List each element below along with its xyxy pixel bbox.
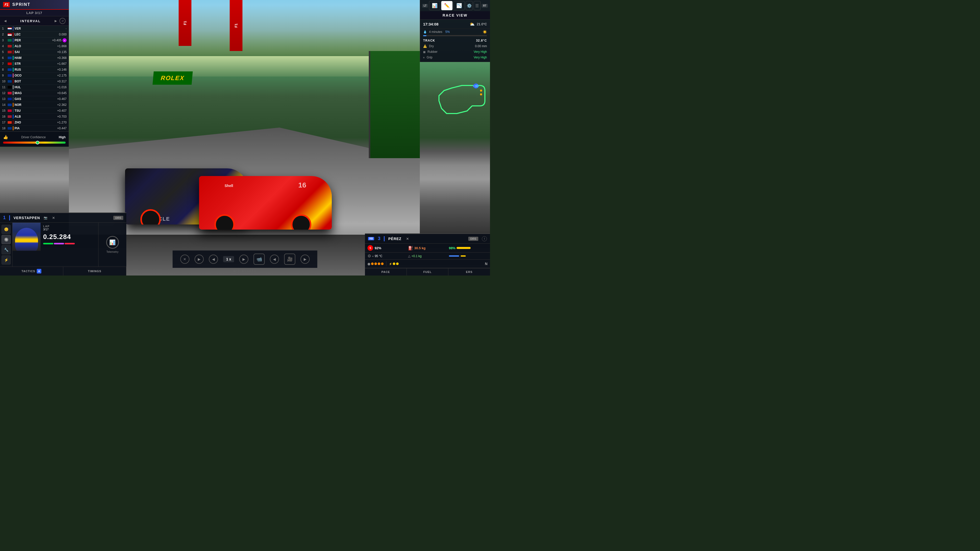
confidence-label: Driver Confidence: [21, 135, 46, 139]
driver-icons-col: 😊 🔘 🔧 ⚡: [0, 223, 13, 267]
gap-gas: +0.467: [57, 97, 67, 101]
confidence-header: 👍 Driver Confidence High: [3, 135, 65, 140]
bars-view-btn[interactable]: 📉: [453, 1, 465, 10]
pencil-view-wrap: ✏️: [441, 1, 452, 10]
tire-bar-2: [54, 243, 64, 245]
strategy-icon-btn[interactable]: ⚡: [2, 256, 11, 265]
track-section: TRACK 32.8°C ⚠️ Dry 0.00 mm ▦ Rubber Ver…: [420, 37, 490, 62]
perez-fuel-bar-row: [449, 254, 487, 259]
next-speed-btn[interactable]: ▶: [239, 254, 248, 264]
lap-value: 3/17: [43, 228, 49, 231]
x-button[interactable]: ✕: [180, 254, 189, 264]
pos-8: 8: [2, 68, 8, 71]
driver-row[interactable]: 8 RUS +0.146: [0, 67, 68, 73]
pos-18: 18: [2, 127, 8, 130]
driver-row[interactable]: 17 ZHO +1.270: [0, 120, 68, 125]
prev-speed-btn[interactable]: ◀: [209, 254, 218, 264]
perez-close-btn[interactable]: ✕: [406, 237, 409, 241]
verstappen-card: 1 VERSTAPPEN 📷 ✕ DRS 😊 🔘 🔧 ⚡ LAP: [0, 213, 126, 275]
driver-row[interactable]: 15 TSU +0.407: [0, 108, 68, 114]
f1-logo: F1: [3, 2, 10, 7]
fuel-tab[interactable]: FUEL: [407, 268, 449, 275]
lt-trigger[interactable]: LT: [422, 4, 428, 8]
settings-btn[interactable]: ⚙️: [466, 1, 473, 10]
play-button[interactable]: ▶: [194, 254, 204, 264]
pencil-view-btn[interactable]: ✏️: [441, 1, 452, 10]
close-btn[interactable]: ✕: [52, 216, 55, 220]
engine-arrows: «: [372, 254, 374, 258]
pos-3: 3: [2, 38, 8, 42]
ers-icon: ⚡: [389, 262, 392, 265]
delta-triangle: △: [408, 254, 410, 258]
driver-row[interactable]: 12 MAG +0.645: [0, 90, 68, 96]
interval-next-btn[interactable]: ▶: [54, 19, 58, 23]
perez-name: PÉREZ: [388, 237, 401, 241]
flag-gas: [8, 98, 12, 100]
flag-alb: [8, 115, 12, 118]
perez-stats-row2: ⚙ « 95 °C △ +0.1 kg: [365, 252, 490, 260]
wip-label: WIP ASSETS: [234, 270, 256, 273]
verstappen-stats: LAP 3/17 0.25.284: [41, 223, 98, 267]
driver-row[interactable]: 10 BOT +0.317: [0, 79, 68, 84]
pos-14: 14: [2, 103, 8, 106]
tire-icon-btn[interactable]: 🔘: [2, 235, 11, 244]
driver-row[interactable]: 13 GAS +0.467: [0, 96, 68, 102]
rain-percent: 5%: [445, 30, 450, 34]
verstappen-team-bar: [9, 215, 10, 221]
rt-trigger[interactable]: RT: [482, 4, 488, 8]
tire-bar-1: [43, 243, 53, 245]
gap-tsu: +0.407: [57, 109, 67, 113]
driver-row[interactable]: 16 ALB +0.703: [0, 114, 68, 120]
confidence-section: 👍 Driver Confidence High: [0, 131, 68, 147]
driver-row[interactable]: 1 VER -: [0, 26, 68, 32]
timings-tab[interactable]: TIMINGS: [63, 267, 127, 275]
flag-per: [8, 39, 12, 41]
interval-bar: ◀ INTERVAL ▶ ↺: [0, 16, 68, 26]
cam-next-btn[interactable]: ▶: [301, 254, 310, 264]
purple-sector-dot: ●: [62, 38, 67, 42]
sun-icon: ☀️: [483, 30, 487, 34]
rb-badge: RB: [368, 237, 374, 240]
interval-prev-btn[interactable]: ◀: [3, 19, 7, 23]
rain-row: 💧 4 minutes 5% ☀️: [420, 29, 490, 35]
team-bar-sai: [13, 50, 14, 54]
grip-icon: ≡: [423, 56, 425, 59]
perez-team-bar: [384, 236, 385, 241]
face-icon-btn[interactable]: 😊: [2, 225, 11, 234]
cam-change-btn[interactable]: 🎥: [284, 254, 296, 265]
camera-icon: 📷: [44, 216, 48, 220]
driver-row[interactable]: 9 OCO +2.175: [0, 73, 68, 79]
code-gas: GAS: [14, 97, 25, 101]
driver-row[interactable]: 3 PER +0.405 ●: [0, 38, 68, 43]
cam-prev-btn[interactable]: ◀: [270, 254, 279, 264]
pos-6: 6: [2, 56, 8, 60]
camera-view-btn[interactable]: 📹: [254, 254, 265, 265]
air-temp: 21.0°C: [477, 22, 487, 26]
driver-row[interactable]: 4 ALO +1.868: [0, 43, 68, 49]
ers-tab[interactable]: ERS: [449, 268, 490, 275]
rain-icon: 💧: [423, 30, 427, 34]
driver-row[interactable]: 2 LEC 0.000: [0, 32, 68, 38]
replay-btn[interactable]: ↺: [59, 18, 65, 24]
dots-separator: [386, 261, 387, 266]
fuel-icon: ⛽: [408, 246, 413, 251]
tire-bars: [43, 243, 96, 245]
tactics-tab[interactable]: TACTICS A: [0, 267, 63, 275]
driver-row[interactable]: 18 PIA +0.447: [0, 125, 68, 131]
driver-row[interactable]: 11 HUL +1.016: [0, 84, 68, 90]
extra-btn[interactable]: ☰: [474, 1, 480, 10]
verstappen-footer: TACTICS A TIMINGS: [0, 267, 126, 275]
team-bar-alb: [13, 114, 14, 119]
pace-tab[interactable]: PACE: [365, 268, 407, 275]
wrench-icon-btn[interactable]: 🔧: [2, 245, 11, 254]
code-mag: MAG: [14, 91, 25, 95]
driver-row[interactable]: 5 SAI +0.135: [0, 49, 68, 55]
team-bar-nor: [13, 103, 14, 107]
driver-row[interactable]: 14 NOR +2.362: [0, 102, 68, 108]
fuel-rate-bar: [449, 256, 459, 257]
chart-view-btn[interactable]: 📊: [429, 1, 440, 10]
driver-row[interactable]: 6 HAM +0.368: [0, 55, 68, 61]
driver-row[interactable]: 7 STR +1.667: [0, 61, 68, 67]
dot-2: [374, 262, 377, 265]
info-btn[interactable]: i: [482, 236, 487, 241]
